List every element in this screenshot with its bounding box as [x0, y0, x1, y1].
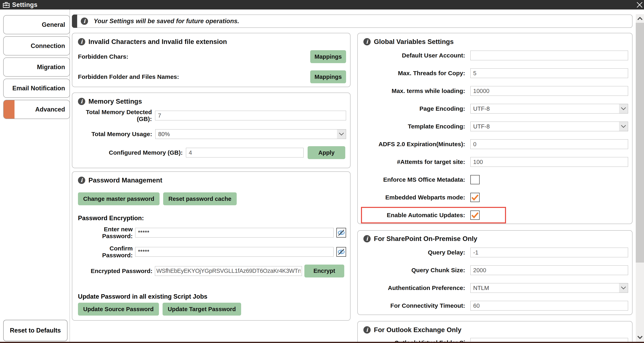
forbidden-chars-label: Forbidden Chars: [78, 53, 128, 60]
query-delay-input[interactable] [470, 248, 628, 257]
confirm-password-row: Confirm Password: [78, 242, 346, 261]
tab-connection[interactable]: Connection [3, 36, 70, 56]
embedded-webparts-label: Embedded Webparts mode: [364, 194, 465, 201]
query-chunk-size-row: Query Chunk Size: [364, 261, 628, 279]
max-threads-input[interactable] [470, 68, 628, 78]
max-terms-input[interactable] [470, 86, 628, 96]
settings-app-icon [3, 2, 10, 8]
encrypted-password-input[interactable] [155, 266, 302, 276]
encrypted-password-label: Encrypted Password: [78, 268, 152, 274]
chevron-down-icon [619, 283, 628, 293]
default-user-account-label: Default User Account: [364, 52, 465, 59]
reset-to-defaults-button[interactable]: Reset to Defaults [3, 320, 68, 341]
eye-slash-icon[interactable] [336, 228, 346, 237]
scrollbar-thumb[interactable] [636, 23, 644, 262]
enter-new-password-input[interactable] [135, 228, 334, 237]
scrollbar[interactable] [636, 14, 644, 343]
chevron-down-icon [619, 104, 628, 113]
titlebar: Settings [0, 0, 644, 10]
eye-slash-icon[interactable] [336, 247, 346, 257]
forbidden-folders-mappings-button[interactable]: Mappings [310, 70, 346, 83]
tab-advanced[interactable]: Advanced [3, 100, 70, 119]
info-icon: i [81, 18, 88, 25]
configured-memory-label: Configured Memory (GB): [78, 149, 183, 156]
tab-general[interactable]: General [3, 15, 70, 34]
total-memory-detected-input[interactable] [155, 111, 346, 120]
default-user-account-row: Default User Account: [364, 47, 628, 64]
query-delay-row: Query Delay: [364, 244, 628, 261]
adfs-expiration-label: ADFS 2.0 Expiration(Minutes): [364, 141, 465, 148]
change-master-password-button[interactable]: Change master password [78, 192, 160, 205]
confirm-password-input[interactable] [135, 247, 334, 257]
update-source-password-button[interactable]: Update Source Password [78, 303, 159, 315]
close-icon[interactable] [636, 1, 644, 9]
adfs-expiration-row: ADFS 2.0 Expiration(Minutes): [364, 135, 628, 153]
invalid-characters-panel: i Invalid Characters and Invalid file ex… [72, 33, 350, 87]
enter-new-password-row: Enter new Password: [78, 223, 346, 242]
total-memory-usage-label: Total Memory Usage: [78, 131, 152, 138]
authentication-preference-select[interactable]: NTLM [470, 283, 628, 293]
connectivity-timeout-row: For Connectivity Timeout: [364, 297, 628, 314]
forbidden-folders-row: Forbidden Folder and Files Names: Mappin… [78, 67, 346, 87]
forbidden-chars-mappings-button[interactable]: Mappings [310, 50, 346, 63]
reset-password-cache-button[interactable]: Reset password cache [163, 192, 237, 205]
total-memory-usage-row: Total Memory Usage: 80% [78, 125, 346, 143]
info-icon: i [364, 235, 371, 242]
panel-title: For Outlook Exchange Only [374, 326, 462, 334]
enforce-ms-office-metadata-label: Enforce MS Office Metadata: [364, 176, 465, 183]
panel-title: Invalid Characters and Invalid file exte… [88, 38, 227, 46]
max-threads-row: Max. Threads for Copy: [364, 64, 628, 82]
password-management-panel: i Password Management Change master pass… [72, 171, 350, 321]
banner-accent-cap [72, 15, 77, 28]
max-terms-label: Max. terms while loading: [364, 88, 465, 94]
scroll-up-icon[interactable] [636, 14, 644, 23]
update-target-password-button[interactable]: Update Target Password [162, 303, 241, 315]
update-password-label: Update Password in all existing Script J… [78, 290, 346, 303]
info-banner: i Your Settings will be saved for future… [72, 15, 632, 28]
attempts-target-site-input[interactable] [470, 157, 628, 167]
scroll-down-icon[interactable] [636, 334, 644, 341]
default-user-account-input[interactable] [470, 51, 628, 60]
tab-label: Migration [37, 64, 65, 71]
window-title: Settings [12, 1, 38, 9]
configured-memory-input[interactable] [186, 148, 304, 157]
panel-title: Global Variables Settings [374, 38, 454, 46]
tab-migration[interactable]: Migration [3, 58, 70, 77]
query-delay-label: Query Delay: [364, 249, 465, 256]
memory-settings-panel: i Memory Settings Total Memory Detected … [72, 93, 350, 168]
encrypted-password-row: Encrypted Password: Encrypt [78, 261, 346, 280]
enforce-ms-office-metadata-row: Enforce MS Office Metadata: [364, 171, 628, 189]
query-chunk-size-label: Query Chunk Size: [364, 267, 465, 274]
connectivity-timeout-label: For Connectivity Timeout: [364, 302, 465, 309]
info-icon: i [364, 38, 371, 45]
connectivity-timeout-input[interactable] [470, 301, 628, 310]
panel-title: Password Management [88, 176, 162, 184]
adfs-expiration-input[interactable] [470, 139, 628, 149]
authentication-preference-label: Authentication Preference: [364, 284, 465, 291]
selected-value: 80% [158, 131, 170, 138]
confirm-password-label: Confirm Password: [78, 245, 133, 259]
embedded-webparts-row: Embedded Webparts mode: [364, 189, 628, 206]
template-encoding-select[interactable]: UTF-8 [470, 122, 628, 131]
configured-memory-row: Configured Memory (GB): Apply [78, 143, 346, 162]
max-terms-row: Max. terms while loading: [364, 82, 628, 100]
enforce-ms-office-metadata-checkbox[interactable] [470, 175, 480, 184]
panel-title: Memory Settings [88, 98, 142, 105]
query-chunk-size-input[interactable] [470, 265, 628, 275]
enable-automatic-updates-label: Enable Automatic Updates: [364, 212, 465, 219]
page-encoding-select[interactable]: UTF-8 [470, 104, 628, 114]
tab-label: Connection [31, 42, 65, 50]
embedded-webparts-checkbox[interactable] [470, 193, 480, 202]
encrypt-button[interactable]: Encrypt [304, 264, 344, 277]
info-icon: i [364, 326, 371, 333]
max-threads-label: Max. Threads for Copy: [364, 70, 465, 77]
attempts-target-site-label: #Attemts for target site: [364, 159, 465, 165]
total-memory-usage-select[interactable]: 80% [155, 129, 346, 139]
tab-email-notification[interactable]: Email Notification [3, 79, 70, 98]
apply-button[interactable]: Apply [308, 146, 345, 159]
forbidden-chars-row: Forbidden Chars: Mappings [78, 47, 346, 67]
info-icon: i [78, 98, 85, 105]
enable-automatic-updates-checkbox[interactable] [470, 210, 480, 220]
total-memory-detected-row: Total Memory Detected (GB): [78, 106, 346, 125]
selected-value: UTF-8 [473, 123, 490, 130]
